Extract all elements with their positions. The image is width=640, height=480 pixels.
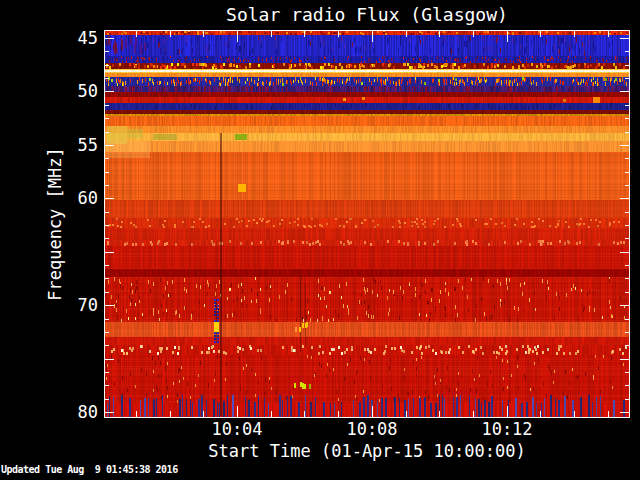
y-tick-label: 55 <box>0 136 98 154</box>
y-tick-label: 50 <box>0 82 98 100</box>
y-tick-label: 80 <box>0 403 98 421</box>
plot-frame <box>104 30 630 418</box>
x-axis-label: Start Time (01-Apr-15 10:00:00) <box>105 441 629 461</box>
x-tick-label: 10:08 <box>327 421 417 438</box>
y-tick-label: 45 <box>0 29 98 47</box>
screen: Solar radio Flux (Glasgow) Frequency [MH… <box>0 0 640 480</box>
x-tick-label: 10:04 <box>192 421 282 438</box>
spectrogram-canvas <box>105 31 629 417</box>
y-axis-label: Frequency [MHz] <box>45 147 65 301</box>
chart-title: Solar radio Flux (Glasgow) <box>105 4 629 25</box>
updated-timestamp: Updated Tue Aug 9 01:45:38 2016 <box>1 464 178 475</box>
x-tick-label: 10:12 <box>462 421 552 438</box>
y-tick-label: 70 <box>0 296 98 314</box>
y-tick-label: 60 <box>0 189 98 207</box>
